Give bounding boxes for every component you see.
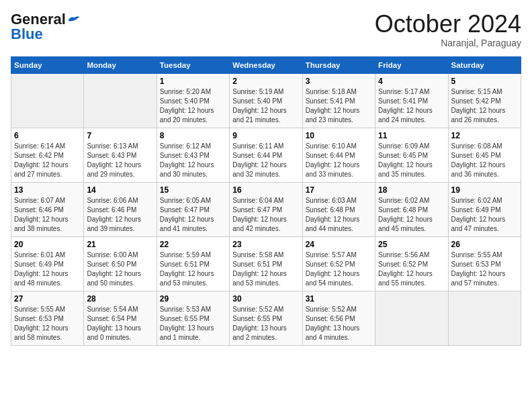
calendar-cell: 15Sunrise: 6:05 AM Sunset: 6:47 PM Dayli… bbox=[157, 182, 229, 236]
header-day-saturday: Saturday bbox=[448, 56, 521, 73]
calendar-cell: 22Sunrise: 5:59 AM Sunset: 6:51 PM Dayli… bbox=[157, 236, 229, 291]
calendar-cell: 25Sunrise: 5:56 AM Sunset: 6:52 PM Dayli… bbox=[375, 236, 448, 291]
day-number: 5 bbox=[451, 77, 518, 86]
header-day-tuesday: Tuesday bbox=[157, 56, 229, 73]
cell-details: Sunrise: 6:11 AM Sunset: 6:44 PM Dayligh… bbox=[232, 142, 299, 179]
day-number: 18 bbox=[378, 185, 445, 195]
calendar-cell: 6Sunrise: 6:14 AM Sunset: 6:42 PM Daylig… bbox=[11, 128, 84, 182]
header-day-monday: Monday bbox=[84, 56, 157, 73]
calendar-cell: 18Sunrise: 6:02 AM Sunset: 6:48 PM Dayli… bbox=[375, 182, 448, 236]
header-day-sunday: Sunday bbox=[11, 56, 84, 73]
cell-details: Sunrise: 6:03 AM Sunset: 6:48 PM Dayligh… bbox=[306, 196, 372, 234]
day-number: 7 bbox=[87, 131, 153, 140]
cell-details: Sunrise: 6:14 AM Sunset: 6:42 PM Dayligh… bbox=[14, 142, 81, 179]
calendar-cell: 1Sunrise: 5:20 AM Sunset: 5:40 PM Daylig… bbox=[157, 73, 229, 128]
calendar-cell: 17Sunrise: 6:03 AM Sunset: 6:48 PM Dayli… bbox=[302, 182, 375, 236]
header-day-friday: Friday bbox=[375, 56, 448, 73]
cell-details: Sunrise: 6:09 AM Sunset: 6:45 PM Dayligh… bbox=[378, 142, 445, 179]
header-day-thursday: Thursday bbox=[302, 56, 375, 73]
calendar-cell: 3Sunrise: 5:18 AM Sunset: 5:41 PM Daylig… bbox=[302, 73, 375, 128]
calendar-cell: 13Sunrise: 6:07 AM Sunset: 6:46 PM Dayli… bbox=[11, 182, 84, 236]
calendar-cell: 16Sunrise: 6:04 AM Sunset: 6:47 PM Dayli… bbox=[230, 182, 302, 236]
calendar-cell: 5Sunrise: 5:15 AM Sunset: 5:42 PM Daylig… bbox=[448, 73, 521, 128]
calendar-cell: 24Sunrise: 5:57 AM Sunset: 6:52 PM Dayli… bbox=[302, 236, 375, 291]
location-subtitle: Naranjal, Paraguay bbox=[375, 38, 521, 48]
cell-details: Sunrise: 5:15 AM Sunset: 5:42 PM Dayligh… bbox=[451, 87, 518, 125]
cell-details: Sunrise: 6:13 AM Sunset: 6:43 PM Dayligh… bbox=[87, 142, 153, 179]
calendar-cell bbox=[11, 73, 84, 128]
day-number: 23 bbox=[232, 240, 299, 249]
day-number: 17 bbox=[306, 185, 372, 195]
calendar-cell: 30Sunrise: 5:52 AM Sunset: 6:55 PM Dayli… bbox=[230, 291, 302, 345]
cell-details: Sunrise: 5:19 AM Sunset: 5:40 PM Dayligh… bbox=[232, 87, 299, 125]
week-row-2: 6Sunrise: 6:14 AM Sunset: 6:42 PM Daylig… bbox=[11, 128, 521, 182]
calendar-cell bbox=[375, 291, 448, 345]
month-title: October 2024 bbox=[375, 11, 521, 38]
cell-details: Sunrise: 6:10 AM Sunset: 6:44 PM Dayligh… bbox=[306, 142, 372, 179]
title-area: October 2024 Naranjal, Paraguay bbox=[375, 11, 521, 48]
week-row-4: 20Sunrise: 6:01 AM Sunset: 6:49 PM Dayli… bbox=[11, 236, 521, 291]
cell-details: Sunrise: 5:59 AM Sunset: 6:51 PM Dayligh… bbox=[160, 250, 226, 288]
cell-details: Sunrise: 6:06 AM Sunset: 6:46 PM Dayligh… bbox=[87, 196, 153, 234]
day-number: 30 bbox=[232, 294, 299, 304]
calendar-cell: 11Sunrise: 6:09 AM Sunset: 6:45 PM Dayli… bbox=[375, 128, 448, 182]
day-number: 12 bbox=[451, 131, 518, 140]
day-number: 13 bbox=[14, 185, 81, 195]
cell-details: Sunrise: 6:00 AM Sunset: 6:50 PM Dayligh… bbox=[87, 250, 153, 288]
day-number: 3 bbox=[306, 77, 372, 86]
calendar-cell: 4Sunrise: 5:17 AM Sunset: 5:41 PM Daylig… bbox=[375, 73, 448, 128]
cell-details: Sunrise: 5:17 AM Sunset: 5:41 PM Dayligh… bbox=[378, 87, 445, 125]
day-number: 31 bbox=[306, 294, 372, 304]
calendar-cell: 28Sunrise: 5:54 AM Sunset: 6:54 PM Dayli… bbox=[84, 291, 157, 345]
week-row-1: 1Sunrise: 5:20 AM Sunset: 5:40 PM Daylig… bbox=[11, 73, 521, 128]
cell-details: Sunrise: 6:02 AM Sunset: 6:49 PM Dayligh… bbox=[451, 196, 518, 234]
cell-details: Sunrise: 6:01 AM Sunset: 6:49 PM Dayligh… bbox=[14, 250, 81, 288]
week-row-5: 27Sunrise: 5:55 AM Sunset: 6:53 PM Dayli… bbox=[11, 291, 521, 345]
cell-details: Sunrise: 5:57 AM Sunset: 6:52 PM Dayligh… bbox=[306, 250, 372, 288]
logo-bird-icon bbox=[67, 15, 81, 24]
cell-details: Sunrise: 5:54 AM Sunset: 6:54 PM Dayligh… bbox=[87, 305, 153, 342]
page-header: General Blue October 2024 Naranjal, Para… bbox=[11, 11, 521, 48]
cell-details: Sunrise: 5:56 AM Sunset: 6:52 PM Dayligh… bbox=[378, 250, 445, 288]
day-number: 24 bbox=[306, 240, 372, 249]
week-row-3: 13Sunrise: 6:07 AM Sunset: 6:46 PM Dayli… bbox=[11, 182, 521, 236]
header-row: SundayMondayTuesdayWednesdayThursdayFrid… bbox=[11, 56, 521, 73]
cell-details: Sunrise: 5:58 AM Sunset: 6:51 PM Dayligh… bbox=[232, 250, 299, 288]
cell-details: Sunrise: 6:12 AM Sunset: 6:43 PM Dayligh… bbox=[160, 142, 226, 179]
day-number: 6 bbox=[14, 131, 81, 140]
day-number: 19 bbox=[451, 185, 518, 195]
day-number: 27 bbox=[14, 294, 81, 304]
day-number: 22 bbox=[160, 240, 226, 249]
logo-blue: Blue bbox=[11, 26, 43, 43]
cell-details: Sunrise: 5:52 AM Sunset: 6:55 PM Dayligh… bbox=[232, 305, 299, 342]
calendar-cell: 2Sunrise: 5:19 AM Sunset: 5:40 PM Daylig… bbox=[230, 73, 302, 128]
cell-details: Sunrise: 5:55 AM Sunset: 6:53 PM Dayligh… bbox=[14, 305, 81, 342]
calendar-cell: 27Sunrise: 5:55 AM Sunset: 6:53 PM Dayli… bbox=[11, 291, 84, 345]
cell-details: Sunrise: 5:55 AM Sunset: 6:53 PM Dayligh… bbox=[451, 250, 518, 288]
calendar-cell: 31Sunrise: 5:52 AM Sunset: 6:56 PM Dayli… bbox=[302, 291, 375, 345]
day-number: 10 bbox=[306, 131, 372, 140]
cell-details: Sunrise: 6:08 AM Sunset: 6:45 PM Dayligh… bbox=[451, 142, 518, 179]
day-number: 21 bbox=[87, 240, 153, 249]
day-number: 15 bbox=[160, 185, 226, 195]
cell-details: Sunrise: 6:02 AM Sunset: 6:48 PM Dayligh… bbox=[378, 196, 445, 234]
day-number: 4 bbox=[378, 77, 445, 86]
day-number: 28 bbox=[87, 294, 153, 304]
cell-details: Sunrise: 5:53 AM Sunset: 6:55 PM Dayligh… bbox=[160, 305, 226, 342]
calendar-cell: 10Sunrise: 6:10 AM Sunset: 6:44 PM Dayli… bbox=[302, 128, 375, 182]
calendar-cell bbox=[84, 73, 157, 128]
cell-details: Sunrise: 5:20 AM Sunset: 5:40 PM Dayligh… bbox=[160, 87, 226, 125]
calendar-cell: 29Sunrise: 5:53 AM Sunset: 6:55 PM Dayli… bbox=[157, 291, 229, 345]
calendar-cell: 12Sunrise: 6:08 AM Sunset: 6:45 PM Dayli… bbox=[448, 128, 521, 182]
calendar-cell: 21Sunrise: 6:00 AM Sunset: 6:50 PM Dayli… bbox=[84, 236, 157, 291]
day-number: 26 bbox=[451, 240, 518, 249]
calendar-cell: 8Sunrise: 6:12 AM Sunset: 6:43 PM Daylig… bbox=[157, 128, 229, 182]
day-number: 8 bbox=[160, 131, 226, 140]
logo: General Blue bbox=[11, 11, 81, 43]
header-day-wednesday: Wednesday bbox=[230, 56, 302, 73]
day-number: 2 bbox=[232, 77, 299, 86]
calendar-cell: 20Sunrise: 6:01 AM Sunset: 6:49 PM Dayli… bbox=[11, 236, 84, 291]
day-number: 20 bbox=[14, 240, 81, 249]
calendar-cell: 23Sunrise: 5:58 AM Sunset: 6:51 PM Dayli… bbox=[230, 236, 302, 291]
calendar-cell bbox=[448, 291, 521, 345]
